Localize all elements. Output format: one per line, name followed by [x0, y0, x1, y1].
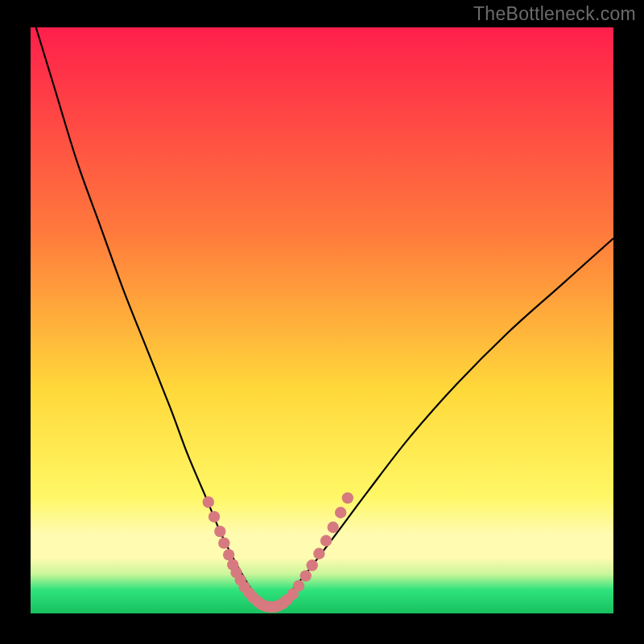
highlight-marker: [328, 522, 339, 533]
watermark-label: TheBottleneck.com: [473, 3, 636, 25]
highlight-marker: [313, 548, 324, 559]
highlight-marker: [203, 496, 214, 507]
highlight-marker: [320, 535, 332, 547]
highlight-marker: [208, 511, 220, 522]
highlight-marker: [223, 549, 234, 560]
highlight-marker: [300, 570, 312, 581]
highlight-marker: [342, 492, 353, 503]
marker-layer: [31, 27, 613, 613]
plot-area: [31, 27, 613, 613]
highlight-marker: [218, 537, 229, 548]
highlight-marker: [335, 507, 346, 518]
chart-stage: TheBottleneck.com: [0, 0, 644, 644]
marker-group: [203, 492, 353, 613]
highlight-marker: [306, 559, 317, 571]
highlight-marker: [214, 526, 225, 537]
highlight-marker: [293, 580, 304, 592]
